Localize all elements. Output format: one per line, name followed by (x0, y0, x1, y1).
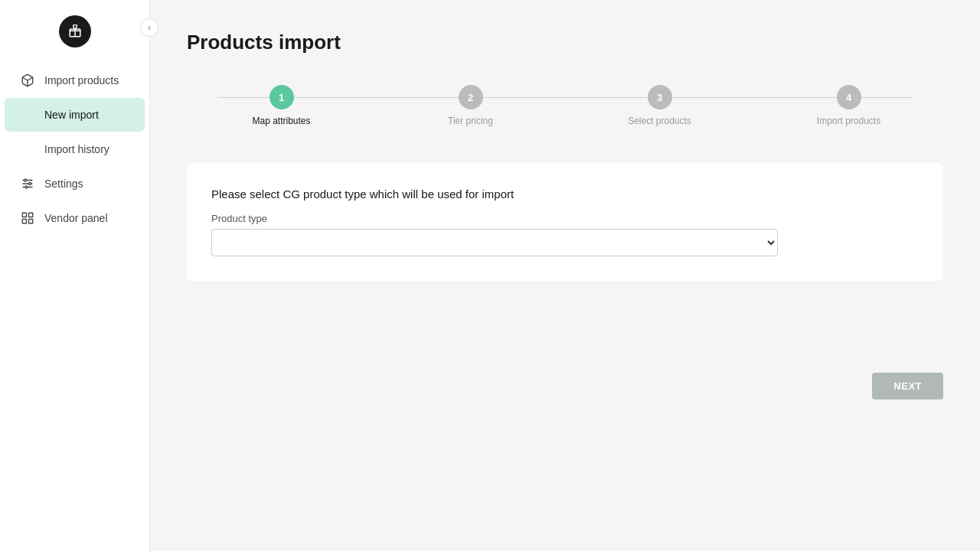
svg-point-6 (29, 183, 31, 185)
svg-rect-9 (29, 213, 33, 217)
step-label-4: Import products (817, 116, 880, 126)
sidebar-item-import-history[interactable]: Import history (5, 132, 145, 166)
product-type-form: Please select CG product type which will… (187, 163, 943, 281)
sidebar-item-import-products[interactable]: Import products (5, 64, 145, 97)
product-type-select[interactable] (211, 229, 778, 256)
sidebar-nav: Import products New import Import histor… (0, 63, 149, 236)
package-icon (20, 73, 35, 88)
svg-point-5 (24, 179, 27, 181)
stepper: 1 Map attributes 2 Tier pricing 3 Select… (187, 85, 943, 126)
sidebar-item-vendor-panel[interactable]: Vendor panel (5, 201, 145, 235)
step-select-products: 3 Select products (565, 85, 754, 126)
step-tier-pricing: 2 Tier pricing (376, 85, 565, 126)
svg-rect-8 (22, 213, 26, 217)
svg-point-7 (25, 186, 28, 188)
product-type-label: Product type (211, 213, 919, 224)
svg-rect-11 (29, 220, 33, 223)
sidebar-item-new-import[interactable]: New import (5, 98, 145, 132)
step-circle-4: 4 (837, 85, 861, 109)
sidebar-item-vendor-panel-label: Vendor panel (44, 212, 108, 224)
sidebar-item-settings-label: Settings (44, 178, 83, 190)
sidebar-collapse-button[interactable]: ‹ (140, 18, 158, 37)
step-label-1: Map attributes (252, 116, 310, 126)
step-circle-1: 1 (270, 85, 294, 109)
main-content: Products import 1 Map attributes 2 Tier … (150, 0, 980, 551)
page-title: Products import (187, 31, 943, 54)
step-label-3: Select products (628, 116, 691, 126)
form-actions: NEXT (187, 373, 943, 399)
grid-icon (20, 210, 35, 226)
sidebar-item-import-products-label: Import products (44, 74, 119, 86)
app-logo-icon (59, 15, 91, 47)
sidebar-item-settings[interactable]: Settings (5, 167, 145, 201)
step-map-attributes: 1 Map attributes (187, 85, 376, 126)
step-circle-3: 3 (648, 85, 672, 109)
next-button[interactable]: NEXT (872, 373, 943, 399)
sidebar: ‹ Import products New import Import hist… (0, 0, 150, 551)
sidebar-logo (0, 0, 149, 63)
step-label-2: Tier pricing (448, 116, 493, 126)
sidebar-item-new-import-label: New import (44, 109, 99, 121)
step-circle-2: 2 (459, 85, 483, 109)
import-history-icon (20, 142, 35, 157)
form-question: Please select CG product type which will… (211, 187, 919, 201)
new-import-icon (20, 107, 35, 122)
step-import-products: 4 Import products (754, 85, 943, 126)
svg-rect-10 (22, 220, 26, 223)
sliders-icon (20, 176, 35, 191)
sidebar-item-import-history-label: Import history (44, 143, 109, 155)
